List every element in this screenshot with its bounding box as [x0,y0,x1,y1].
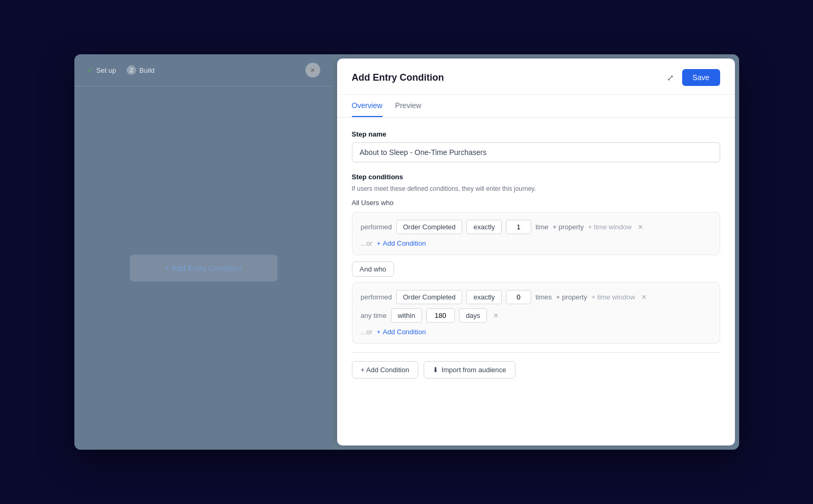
operator-btn-1[interactable]: exactly [466,220,501,234]
expand-icon: ⤢ [667,73,674,82]
and-who-button[interactable]: And who [352,261,395,277]
left-panel: ✓ Set up 2 Build × + Add Entry Condition [74,54,333,450]
plus-icon-2: + [377,328,381,336]
import-from-audience-button[interactable]: ⬇ Import from audience [424,361,515,379]
condition-row-2: performed Order Completed exactly times … [361,290,711,304]
performed-label-2: performed [361,293,392,301]
within-btn[interactable]: within [391,308,422,323]
modal-header: Add Entry Condition ⤢ Save [337,59,735,95]
count-input-1[interactable] [506,220,531,234]
or-row-1: ...or + Add Condition [361,239,711,247]
conditions-subtitle: If users meet these defined conditions, … [352,185,720,192]
add-condition-bottom-label: + Add Condition [361,366,409,374]
save-button[interactable]: Save [682,69,720,86]
remove-condition-btn-2[interactable]: × [639,293,648,302]
add-entry-label: + Add Entry Condition [165,264,242,273]
add-time-window-link-1[interactable]: + time window [588,223,632,231]
step-conditions-title: Step conditions [352,173,720,181]
days-btn[interactable]: days [459,308,487,323]
modal-title: Add Entry Condition [352,72,665,83]
step-1-item: ✓ Set up [87,66,117,74]
add-condition-inner-btn-2[interactable]: + Add Condition [377,328,426,336]
step-conditions-section: Step conditions If users meet these defi… [352,173,720,344]
top-bar: ✓ Set up 2 Build × [74,54,333,86]
remove-condition-btn-1[interactable]: × [636,223,645,231]
tabs-bar: Overview Preview [337,95,735,118]
condition-block-2: performed Order Completed exactly times … [352,282,720,344]
all-users-label: All Users who [352,199,720,207]
tab-overview[interactable]: Overview [352,95,382,117]
add-condition-inner-label-2: Add Condition [383,328,426,336]
or-row-2: ...or + Add Condition [361,328,711,336]
step2-number: 2 [127,65,136,75]
left-content: + Add Entry Condition [74,86,333,450]
time-label-1: time [535,223,549,231]
event-btn-1[interactable]: Order Completed [396,220,463,234]
step1-label: Set up [97,66,117,74]
or-label-1: ...or [361,239,372,247]
add-condition-bottom-button[interactable]: + Add Condition [352,361,418,379]
add-condition-inner-btn-1[interactable]: + Add Condition [377,239,426,247]
tab-preview[interactable]: Preview [395,95,422,117]
or-label-2: ...or [361,328,372,336]
any-time-label: any time [361,312,387,319]
days-value-input[interactable] [426,308,455,323]
remove-time-window-btn[interactable]: × [491,312,500,320]
operator-btn-2[interactable]: exactly [466,290,501,304]
step2-label: Build [139,66,155,74]
add-property-link-2[interactable]: + property [556,293,587,301]
event-btn-2[interactable]: Order Completed [396,290,463,304]
add-condition-inner-label-1: Add Condition [383,239,426,247]
condition-block-1: performed Order Completed exactly time +… [352,212,720,255]
import-icon: ⬇ [433,366,438,374]
condition-row-1: performed Order Completed exactly time +… [361,220,711,234]
add-property-link-1[interactable]: + property [553,223,584,231]
time-label-2: times [535,293,552,301]
time-row-2: any time within days × [361,308,711,323]
bottom-actions: + Add Condition ⬇ Import from audience [352,352,720,379]
performed-label-1: performed [361,223,392,231]
add-time-window-link-2[interactable]: + time window [591,293,635,301]
plus-icon-1: + [377,239,381,247]
step-2-item: 2 Build [127,65,155,75]
import-label: Import from audience [442,366,506,374]
modal-body: Step name Step conditions If users meet … [337,118,735,445]
expand-button[interactable]: ⤢ [665,71,676,85]
step-name-label: Step name [352,130,720,138]
step-name-input[interactable] [352,142,720,162]
close-icon: × [310,66,314,74]
modal-panel: Add Entry Condition ⤢ Save Overview Prev… [337,59,735,445]
step1-check-icon: ✓ [87,66,93,74]
count-input-2[interactable] [506,290,531,304]
close-button[interactable]: × [305,63,320,77]
add-entry-condition-button[interactable]: + Add Entry Condition [130,255,278,282]
screen-container: ✓ Set up 2 Build × + Add Entry Condition… [74,54,739,450]
